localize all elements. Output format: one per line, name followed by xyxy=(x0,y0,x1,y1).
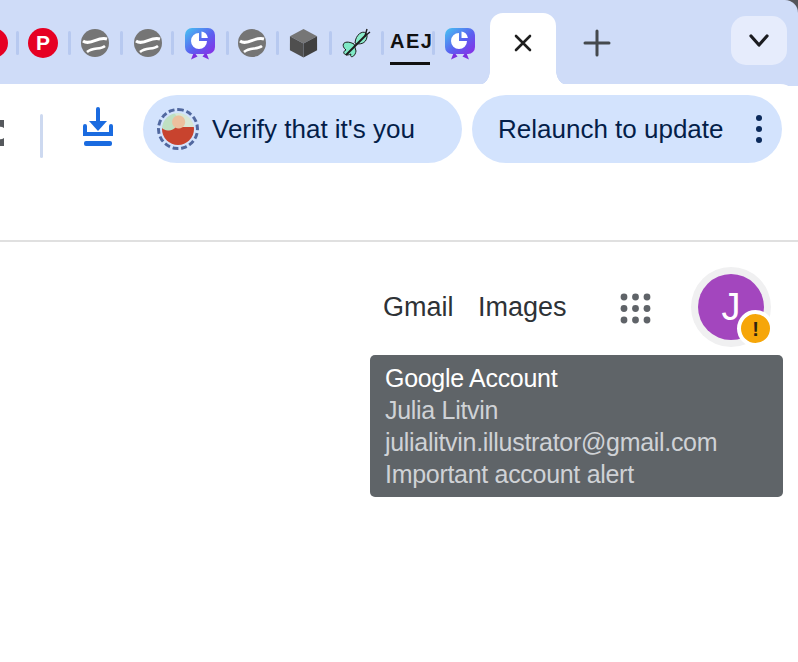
verify-button-label: Verify that it's you xyxy=(212,114,415,145)
globe-icon[interactable] xyxy=(133,28,163,58)
pie-presentation-icon[interactable] xyxy=(183,26,217,60)
aej-label: AEJ xyxy=(390,30,433,52)
tab-separator xyxy=(120,31,123,55)
new-tab-button[interactable] xyxy=(581,27,613,59)
browser-window: P xyxy=(0,0,798,662)
tab-strip: P xyxy=(0,0,798,86)
chrome-content-divider xyxy=(0,240,798,242)
account-tooltip: Google Account Julia Litvin julialitvin.… xyxy=(370,355,783,497)
pinterest-icon[interactable]: P xyxy=(28,28,58,58)
tab-separator xyxy=(16,31,19,55)
tab-separator xyxy=(276,31,279,55)
active-tab[interactable] xyxy=(490,13,556,86)
tooltip-account-email: julialitvin.illustrator@gmail.com xyxy=(385,426,768,458)
close-icon xyxy=(512,32,534,54)
tab-close-button[interactable] xyxy=(510,30,536,56)
pinterest-partial-icon[interactable] xyxy=(0,28,8,58)
toolbar-divider xyxy=(40,114,43,158)
relaunch-button-label: Relaunch to update xyxy=(498,114,724,145)
pie-presentation-icon[interactable] xyxy=(443,26,477,60)
alert-exclamation: ! xyxy=(752,319,759,339)
tab-list-button[interactable] xyxy=(731,16,787,65)
downloads-button[interactable] xyxy=(74,104,122,152)
tab-separator xyxy=(329,31,332,55)
chevron-down-icon xyxy=(747,33,771,49)
profile-photo-icon xyxy=(162,113,194,145)
tooltip-title: Google Account xyxy=(385,362,768,394)
globe-icon[interactable] xyxy=(237,28,267,58)
verify-identity-button[interactable]: Verify that it's you xyxy=(143,95,462,163)
aej-text-favicon[interactable]: AEJ xyxy=(390,30,430,65)
tab-separator xyxy=(171,31,174,55)
tab-separator xyxy=(68,31,71,55)
verify-avatar-ring xyxy=(157,108,199,150)
pinterest-letter: P xyxy=(36,31,50,55)
tab-separator xyxy=(432,31,435,55)
browser-toolbar: Verify that it's you Relaunch to update xyxy=(0,84,798,240)
cube-icon[interactable] xyxy=(287,26,320,59)
globe-icon[interactable] xyxy=(80,28,110,58)
account-alert-badge: ! xyxy=(737,310,774,347)
tooltip-alert-text: Important account alert xyxy=(385,458,768,490)
account-avatar-button[interactable]: J ! xyxy=(691,267,771,347)
tab-separator xyxy=(226,31,229,55)
butterfly-icon[interactable] xyxy=(338,25,372,59)
extensions-puzzle-icon[interactable] xyxy=(0,106,14,152)
google-apps-button[interactable] xyxy=(616,289,654,327)
gmail-link[interactable]: Gmail xyxy=(383,291,454,323)
plus-icon xyxy=(582,28,612,58)
images-link[interactable]: Images xyxy=(478,291,567,323)
tab-separator xyxy=(381,31,384,55)
download-icon xyxy=(76,104,120,152)
tooltip-account-name: Julia Litvin xyxy=(385,394,768,426)
relaunch-to-update-button[interactable]: Relaunch to update xyxy=(472,95,782,163)
kebab-menu-icon[interactable] xyxy=(752,109,766,149)
apps-grid-icon xyxy=(617,290,654,327)
